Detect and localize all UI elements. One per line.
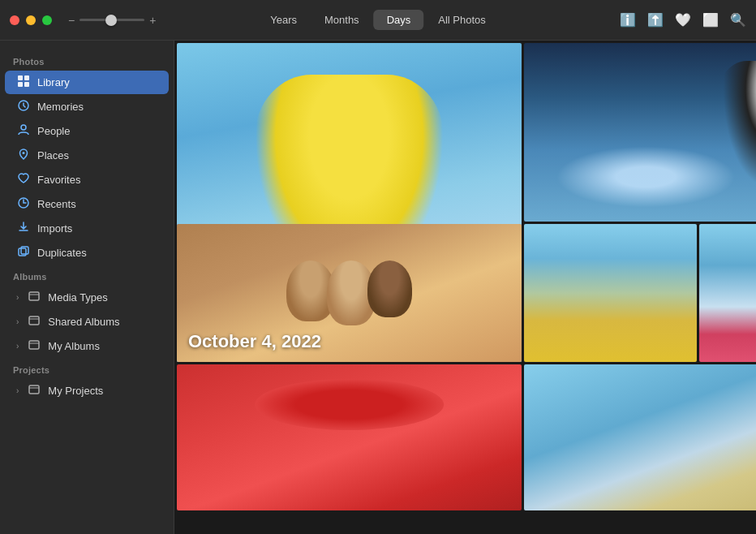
- svg-rect-3: [24, 82, 29, 87]
- people-icon: [16, 123, 31, 139]
- photo-yellow-wrap[interactable]: [524, 224, 697, 362]
- sidebar-item-imports[interactable]: Imports: [5, 217, 169, 240]
- places-icon: [16, 148, 31, 163]
- sidebar-item-library[interactable]: Library: [5, 71, 169, 94]
- search-icon[interactable]: 🔍: [730, 12, 746, 28]
- close-button[interactable]: [10, 15, 19, 25]
- photo-splash[interactable]: •••: [524, 43, 756, 222]
- sidebar-item-places-label: Places: [37, 149, 161, 161]
- tab-years[interactable]: Years: [257, 10, 310, 30]
- sidebar-item-favorites[interactable]: Favorites: [5, 168, 169, 192]
- svg-rect-13: [29, 385, 39, 394]
- rotate-icon[interactable]: ⬜: [702, 12, 719, 28]
- sidebar-item-places[interactable]: Places: [5, 144, 169, 167]
- favorites-icon: [16, 172, 31, 187]
- sidebar-item-myprojects[interactable]: › My Projects: [5, 379, 169, 403]
- tab-months[interactable]: Months: [311, 10, 372, 30]
- expand-myprojects-icon: ›: [16, 386, 19, 395]
- view-tabs: Years Months Days All Photos: [257, 10, 499, 30]
- svg-rect-11: [29, 317, 39, 325]
- sidebar-item-people[interactable]: People: [5, 119, 169, 143]
- photo-red-hair[interactable]: [177, 364, 522, 510]
- tab-allphotos[interactable]: All Photos: [425, 10, 499, 30]
- sidebar-section-projects: Projects: [0, 359, 174, 378]
- sharedalbums-icon: [27, 314, 41, 329]
- zoom-in-button[interactable]: +: [149, 14, 156, 27]
- memories-icon: [16, 99, 31, 114]
- sidebar-item-mediatypes-label: Media Types: [48, 291, 161, 304]
- sidebar-item-memories-label: Memories: [37, 101, 161, 113]
- imports-icon: [16, 221, 31, 236]
- sidebar-item-imports-label: Imports: [37, 222, 161, 235]
- mediatypes-icon: [27, 290, 41, 305]
- main-layout: Photos Library Memories: [0, 41, 756, 534]
- content-area: October 4, 2022 •••: [174, 41, 756, 534]
- zoom-slider-thumb[interactable]: [105, 15, 117, 26]
- library-icon: [16, 75, 31, 90]
- sidebar-item-myprojects-label: My Projects: [48, 385, 161, 397]
- toolbar-right: ℹ️ ⬆️ 🤍 ⬜ 🔍: [620, 12, 746, 28]
- svg-rect-1: [24, 75, 29, 80]
- photo-blonde[interactable]: [524, 364, 756, 510]
- expand-myalbums-icon: ›: [16, 342, 19, 351]
- expand-sharedalbums-icon: ›: [16, 317, 19, 326]
- svg-rect-10: [29, 292, 39, 300]
- tab-days[interactable]: Days: [374, 10, 424, 30]
- photo-grid: October 4, 2022 •••: [174, 41, 756, 534]
- sidebar: Photos Library Memories: [0, 41, 174, 534]
- svg-point-5: [21, 125, 26, 130]
- myalbums-icon: [27, 338, 41, 354]
- svg-rect-12: [29, 341, 39, 349]
- maximize-button[interactable]: [42, 15, 52, 25]
- myprojects-icon: [27, 383, 41, 398]
- sidebar-item-memories[interactable]: Memories: [5, 95, 169, 118]
- recents-icon: [16, 196, 31, 212]
- expand-mediatypes-icon: ›: [16, 293, 19, 302]
- sidebar-item-people-label: People: [37, 125, 161, 137]
- svg-rect-2: [18, 82, 23, 87]
- titlebar: − + Years Months Days All Photos ℹ️ ⬆️ 🤍…: [0, 0, 756, 41]
- sidebar-item-library-label: Library: [37, 76, 161, 88]
- traffic-lights: [10, 15, 52, 25]
- sidebar-item-mediatypes[interactable]: › Media Types: [5, 286, 169, 309]
- svg-rect-0: [18, 75, 23, 80]
- sidebar-item-duplicates[interactable]: Duplicates: [5, 241, 169, 265]
- sidebar-item-myalbums[interactable]: › My Albums: [5, 334, 169, 358]
- zoom-out-button[interactable]: −: [68, 14, 75, 27]
- share-icon[interactable]: ⬆️: [647, 12, 664, 28]
- sidebar-section-photos: Photos: [0, 50, 174, 70]
- sidebar-item-sharedalbums-label: Shared Albums: [48, 316, 161, 328]
- svg-point-6: [23, 152, 25, 154]
- sidebar-item-myalbums-label: My Albums: [48, 340, 161, 352]
- sidebar-section-albums: Albums: [0, 265, 174, 285]
- sidebar-item-sharedalbums[interactable]: › Shared Albums: [5, 310, 169, 334]
- favorite-icon[interactable]: 🤍: [675, 12, 691, 28]
- sidebar-item-recents-label: Recents: [37, 198, 161, 210]
- minimize-button[interactable]: [26, 15, 36, 25]
- zoom-slider-track[interactable]: [79, 19, 144, 21]
- date-label: October 4, 2022: [188, 331, 321, 352]
- duplicates-icon: [16, 245, 31, 261]
- sidebar-item-duplicates-label: Duplicates: [37, 247, 161, 259]
- photo-dancer[interactable]: [699, 224, 756, 362]
- info-icon[interactable]: ℹ️: [620, 12, 636, 28]
- sidebar-item-recents[interactable]: Recents: [5, 192, 169, 216]
- sidebar-item-favorites-label: Favorites: [37, 174, 161, 186]
- zoom-slider-area: − +: [68, 14, 156, 27]
